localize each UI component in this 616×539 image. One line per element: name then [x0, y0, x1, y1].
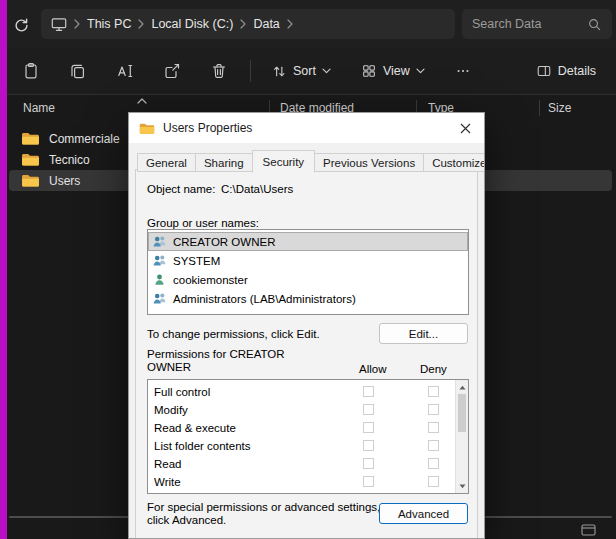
deny-checkbox[interactable] — [428, 386, 439, 397]
file-name: Users — [49, 174, 80, 188]
permission-row[interactable]: Read — [148, 455, 468, 473]
group-or-user-names-label: Group or user names: — [147, 217, 259, 229]
folder-icon — [139, 122, 155, 135]
breadcrumb-this-pc[interactable]: This PC — [87, 17, 131, 31]
paste-button[interactable] — [15, 55, 47, 87]
breadcrumb-data[interactable]: Data — [253, 17, 279, 31]
close-button[interactable] — [450, 115, 480, 141]
allow-checkbox[interactable] — [363, 422, 374, 433]
dialog-title: Users Properties — [163, 121, 252, 135]
chevron-right-icon — [138, 19, 144, 29]
properties-dialog: Users Properties General Sharing Securit… — [128, 112, 485, 539]
details-button[interactable]: Details — [528, 57, 604, 85]
permission-row[interactable]: Full control — [148, 383, 468, 401]
permission-name: Full control — [154, 386, 210, 398]
share-icon — [163, 62, 181, 80]
allow-checkbox[interactable] — [363, 404, 374, 415]
scrollbar[interactable] — [455, 380, 468, 493]
permissions-for-label: Permissions for CREATOR OWNER — [147, 348, 292, 374]
chevron-right-icon — [240, 19, 246, 29]
file-name: Commerciale — [49, 132, 120, 146]
screen: This PC Local Disk (C:) Data Search Data — [0, 0, 616, 539]
scrollbar-thumb[interactable] — [458, 394, 466, 432]
toolbar-divider — [250, 60, 251, 82]
sort-button[interactable]: Sort — [263, 57, 339, 85]
permission-row[interactable]: Write — [148, 473, 468, 491]
object-name-label: Object name: — [147, 183, 215, 195]
chevron-right-icon — [74, 19, 80, 29]
tab-sharing[interactable]: Sharing — [195, 153, 253, 172]
group-icon — [152, 235, 167, 248]
group-icon — [152, 292, 167, 305]
permission-row[interactable]: List folder contents — [148, 437, 468, 455]
more-icon — [455, 63, 471, 79]
deny-checkbox[interactable] — [428, 422, 439, 433]
scroll-up-icon[interactable] — [456, 381, 468, 393]
copy-button[interactable] — [62, 55, 94, 87]
tab-general[interactable]: General — [137, 153, 196, 172]
allow-column-label: Allow — [359, 363, 386, 375]
refresh-button[interactable] — [9, 14, 33, 36]
explorer-titlebar: This PC Local Disk (C:) Data Search Data — [7, 0, 616, 48]
address-bar[interactable]: This PC Local Disk (C:) Data — [41, 9, 455, 39]
deny-checkbox[interactable] — [428, 440, 439, 451]
column-header-size[interactable]: Size — [548, 101, 571, 115]
deny-checkbox[interactable] — [428, 404, 439, 415]
allow-checkbox[interactable] — [363, 458, 374, 469]
advanced-hint: For special permissions or advanced sett… — [147, 501, 380, 527]
principal-row[interactable]: SYSTEM — [148, 251, 468, 270]
scroll-down-icon[interactable] — [456, 480, 468, 492]
chevron-down-icon — [416, 68, 425, 74]
more-button[interactable] — [447, 55, 479, 87]
tab-customize[interactable]: Customize — [423, 153, 485, 172]
permission-name: List folder contents — [154, 440, 251, 452]
sort-ascending-icon — [137, 98, 147, 104]
refresh-icon — [13, 17, 30, 34]
advanced-hint-line2: click Advanced. — [147, 514, 380, 527]
permission-row[interactable]: Modify — [148, 401, 468, 419]
advanced-hint-line1: For special permissions or advanced sett… — [147, 501, 380, 514]
user-icon — [152, 273, 167, 286]
permission-row[interactable]: Read & execute — [148, 419, 468, 437]
edit-button[interactable]: Edit... — [379, 323, 468, 344]
chevron-right-icon — [287, 19, 293, 29]
principal-row[interactable]: CREATOR OWNER — [148, 232, 468, 251]
principal-name: Administrators (LAB\Administrators) — [173, 293, 356, 305]
allow-checkbox[interactable] — [363, 386, 374, 397]
this-pc-icon — [51, 17, 67, 32]
allow-checkbox[interactable] — [363, 440, 374, 451]
dialog-tabs: General Sharing Security Previous Versio… — [137, 150, 485, 172]
column-header-name[interactable]: Name — [23, 101, 55, 115]
search-input[interactable]: Search Data — [462, 9, 612, 39]
permission-name: Read — [154, 458, 182, 470]
folder-icon — [21, 173, 40, 188]
permission-name: Write — [154, 476, 181, 488]
delete-button[interactable] — [203, 55, 235, 87]
dialog-titlebar: Users Properties — [129, 113, 484, 143]
share-button[interactable] — [156, 55, 188, 87]
deny-checkbox[interactable] — [428, 476, 439, 487]
close-icon — [460, 123, 471, 134]
principal-row[interactable]: Administrators (LAB\Administrators) — [148, 289, 468, 308]
breadcrumb-local-disk-c[interactable]: Local Disk (C:) — [151, 17, 233, 31]
rename-icon — [116, 62, 134, 80]
search-icon — [587, 17, 602, 32]
rename-button[interactable] — [109, 55, 141, 87]
column-divider[interactable] — [539, 100, 540, 116]
file-name: Tecnico — [49, 153, 90, 167]
tab-previous-versions[interactable]: Previous Versions — [314, 153, 424, 172]
view-label: View — [383, 64, 410, 78]
view-button[interactable]: View — [353, 57, 433, 85]
group-icon — [152, 254, 167, 267]
view-toggle-icon[interactable] — [581, 524, 596, 536]
advanced-button[interactable]: Advanced — [379, 503, 468, 524]
principal-row[interactable]: cookiemonster — [148, 270, 468, 289]
edit-hint: To change permissions, click Edit. — [147, 328, 320, 340]
permission-name: Read & execute — [154, 422, 236, 434]
principal-name: CREATOR OWNER — [173, 236, 275, 248]
principals-listbox: CREATOR OWNER SYSTEM cookiemonster Admin… — [147, 229, 469, 315]
deny-checkbox[interactable] — [428, 458, 439, 469]
tab-security[interactable]: Security — [252, 150, 316, 173]
paste-icon — [22, 62, 40, 80]
allow-checkbox[interactable] — [363, 476, 374, 487]
